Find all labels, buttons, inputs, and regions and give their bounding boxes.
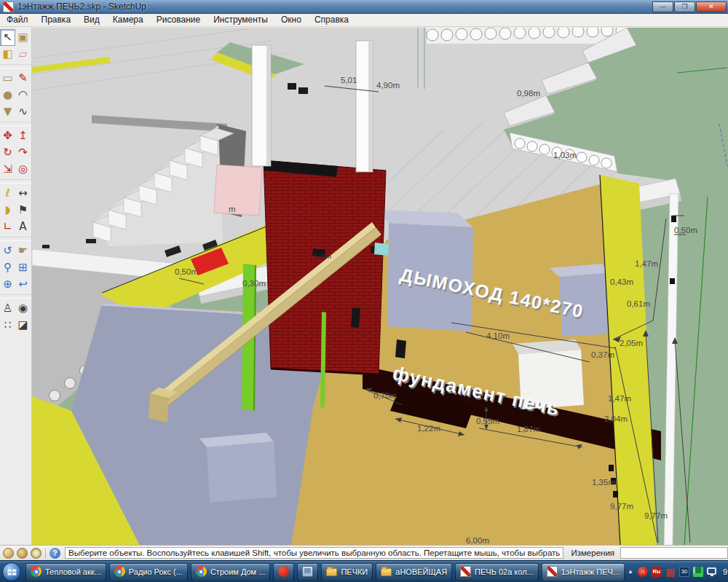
temperature-tray-icon[interactable]: 30 xyxy=(679,567,689,577)
grid-tray-icon[interactable]: ▦ xyxy=(665,567,676,577)
zoom-tool[interactable]: ⚲ xyxy=(0,259,15,276)
claim-icon[interactable] xyxy=(31,548,41,559)
chart-tray-icon[interactable] xyxy=(693,567,703,577)
taskbar-buttons: Тепловой акк... Радио Рокс (... Строим Д… xyxy=(25,563,628,581)
credits-icon[interactable] xyxy=(17,548,28,559)
dim-label: 0,37m xyxy=(591,350,614,359)
taskbar-button-chrome-1[interactable]: Тепловой акк... xyxy=(25,563,106,581)
taskbar-button-folder-pechki[interactable]: ПЕЧКИ xyxy=(321,563,373,581)
toolbar-separator[interactable] xyxy=(0,294,31,299)
menu-window[interactable]: Окно xyxy=(274,14,308,26)
paint-bucket-tool[interactable]: ◧ xyxy=(0,46,15,63)
walk-tool[interactable]: ∷ xyxy=(0,317,15,334)
make-component-tool[interactable]: ▣ xyxy=(15,29,31,46)
help-icon[interactable]: ? xyxy=(50,548,60,559)
toolbar-separator[interactable] xyxy=(0,179,31,184)
offset-tool[interactable]: ◎ xyxy=(15,161,31,178)
toolbar-separator[interactable] xyxy=(0,64,31,68)
dim-label: 1,47m xyxy=(635,259,658,268)
tape-measure-tool[interactable]: ℓ xyxy=(0,185,15,202)
taskbar-button-sketchup-1[interactable]: ПЕЧЬ 02а кол... xyxy=(455,563,539,581)
toolbar-separator[interactable] xyxy=(0,237,31,241)
taskbar-button-chrome-3[interactable]: Строим Дом ... xyxy=(191,563,270,581)
menu-camera[interactable]: Камера xyxy=(106,14,150,26)
sketchup-window: 1эНтажж ПЕЧЬ2.skp - SketchUp — ❐ ✕ Файл … xyxy=(0,0,728,582)
dim-label: 0,98m xyxy=(517,89,540,98)
system-tray: ▲ ∩ Ru ▦ 30 9:38 xyxy=(628,561,728,582)
move-tool[interactable]: ✥ xyxy=(0,127,15,144)
taskbar-button-folder-noveyshaya[interactable]: аНОВЕЙЩАЯ xyxy=(376,563,452,581)
taskbar-button-yandex[interactable] xyxy=(273,563,294,581)
taskbar-button-chrome-2[interactable]: Радио Рокс (... xyxy=(109,563,188,581)
zoom-previous-tool[interactable]: ↩ xyxy=(15,276,31,293)
dim-label: 0,43m xyxy=(610,278,633,286)
clock[interactable]: 9:38 xyxy=(723,567,728,576)
taskbar-button-sketchup-active[interactable]: 1эНтажж ПЕЧ... xyxy=(542,563,625,581)
polygon-tool[interactable]: ▼ xyxy=(0,103,15,120)
divider xyxy=(45,548,46,559)
text-tool[interactable]: ⚑ xyxy=(15,202,31,219)
tray-expand-icon[interactable]: ▲ xyxy=(628,568,633,575)
rectangle-tool[interactable]: ▭ xyxy=(0,70,15,87)
dim-label: 0,70m xyxy=(373,391,397,400)
position-camera-tool[interactable]: ♙ xyxy=(0,300,15,317)
look-around-tool[interactable]: ◉ xyxy=(15,300,31,317)
push-pull-tool[interactable]: ↥ xyxy=(15,127,31,144)
circle-tool[interactable]: ● xyxy=(0,87,15,103)
taskbar-app-icon xyxy=(278,566,289,577)
dim-label: 0,45m xyxy=(313,253,331,260)
orbit-tool[interactable]: ↺ xyxy=(0,243,15,259)
rotate-tool[interactable]: ↻ xyxy=(0,144,15,161)
window-title: 1эНтажж ПЕЧЬ2.skp - SketchUp xyxy=(17,1,146,12)
menu-draw[interactable]: Рисование xyxy=(150,14,207,26)
protractor-tool[interactable]: ◗ xyxy=(0,202,15,219)
windows-taskbar: Тепловой акк... Радио Рокс (... Строим Д… xyxy=(0,560,728,582)
zoom-extents-tool[interactable]: ⊕ xyxy=(0,276,15,293)
dim-label: 5,01 xyxy=(341,76,357,84)
dim-label: 1,47m xyxy=(608,394,631,403)
maximize-button[interactable]: ❐ xyxy=(674,1,695,12)
menu-edit[interactable]: Правка xyxy=(35,14,78,26)
taskbar-button-app[interactable] xyxy=(297,563,318,581)
geolocation-icon[interactable] xyxy=(3,548,14,559)
tool-palette: ↖ ▣ ◧ ▱ ▭ ✎ ● ◠ ▼ ∿ ✥ ↥ ↻ ↷ xyxy=(0,28,32,545)
language-indicator[interactable]: Ru xyxy=(652,567,662,577)
dim-label: 4,90m xyxy=(376,81,400,90)
dim-label: 1,35m xyxy=(592,478,615,487)
section-plane-tool[interactable]: ◪ xyxy=(15,317,31,334)
zoom-window-tool[interactable]: ⊞ xyxy=(15,259,31,276)
minimize-button[interactable]: — xyxy=(652,1,673,12)
start-button[interactable] xyxy=(2,562,21,581)
taskbar-app-icon xyxy=(31,566,41,577)
measurements-label: Измерения xyxy=(571,548,614,557)
pink-panel[interactable] xyxy=(214,165,262,216)
toolbar-separator[interactable] xyxy=(0,122,31,126)
menu-tools[interactable]: Инструменты xyxy=(207,14,274,26)
menu-help[interactable]: Справка xyxy=(308,14,355,26)
pan-tool[interactable]: ☛ xyxy=(15,243,31,259)
close-button[interactable]: ✕ xyxy=(696,1,727,12)
viewport-3d[interactable]: ДЫМОХОД 140*270 ДЫМОХОД 140*270 фундамен… xyxy=(32,28,728,545)
display-tray-icon[interactable] xyxy=(707,567,716,575)
freehand-tool[interactable]: ∿ xyxy=(15,103,31,120)
sketchup-doc-icon xyxy=(3,1,14,12)
line-tool[interactable]: ✎ xyxy=(15,70,31,87)
follow-me-tool[interactable]: ↷ xyxy=(15,144,31,161)
dim-label: 1,87m xyxy=(517,425,540,433)
block-bottom-left[interactable] xyxy=(199,433,277,503)
dim-label: 0,55m xyxy=(476,417,499,425)
arc-tool[interactable]: ◠ xyxy=(15,87,31,103)
select-tool[interactable]: ↖ xyxy=(0,29,15,46)
eraser-tool[interactable]: ▱ xyxy=(15,46,31,63)
dim-label: 0,61m xyxy=(627,299,650,308)
measurements-input[interactable] xyxy=(620,547,728,559)
scale-tool[interactable]: ⇲ xyxy=(0,161,15,178)
dim-label: 1,22m xyxy=(417,424,440,433)
3d-text-tool[interactable]: A xyxy=(15,219,31,235)
antivirus-tray-icon[interactable]: ∩ xyxy=(638,567,648,577)
dimension-tool[interactable]: ↔ xyxy=(15,185,31,202)
menu-view[interactable]: Вид xyxy=(77,14,106,26)
menu-file[interactable]: Файл xyxy=(0,14,35,26)
dim-label: 2,04m xyxy=(604,414,628,423)
axes-tool[interactable]: ∟ xyxy=(0,219,15,235)
